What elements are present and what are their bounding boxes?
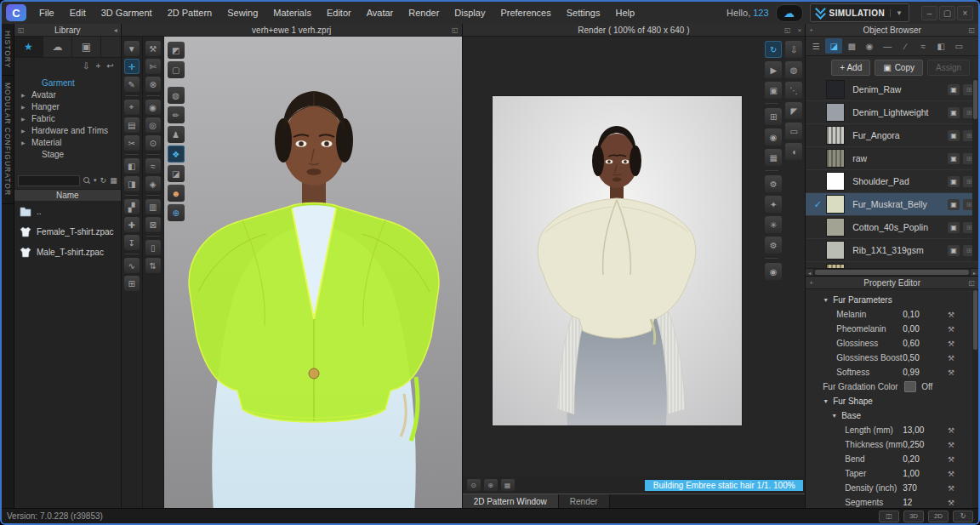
softbox-light-icon[interactable]: ▭	[785, 123, 802, 140]
dome-light-icon[interactable]: ◖	[785, 143, 802, 160]
save-render-icon[interactable]: ⇩	[785, 41, 802, 58]
render-close-icon[interactable]: ×	[795, 26, 806, 34]
property-editor-undock-icon[interactable]: ◱	[965, 279, 978, 287]
video-capture-icon[interactable]: ▶	[765, 61, 782, 78]
edit-sewing-icon[interactable]: ✂	[124, 135, 140, 151]
menu-file[interactable]: File	[31, 2, 62, 24]
viewport-3d-canvas[interactable]: ◩ ▢ ◍ ✏ ♟ ❖ ◪ ☻ ⊕	[164, 37, 462, 509]
tree-item-garment[interactable]: ▶Garment	[14, 77, 121, 88]
property-editor-scrollbar[interactable]	[972, 288, 978, 509]
file-row-male-tshirt[interactable]: Male_T-shirt.zpac	[14, 242, 121, 262]
render-undock-icon[interactable]: ◱	[781, 26, 795, 34]
refresh-icon[interactable]: ↻	[100, 176, 107, 185]
reset-view-icon[interactable]: ↻	[953, 511, 973, 522]
topstitch-icon[interactable]: ◈	[145, 176, 161, 191]
menu-2d-pattern[interactable]: 2D Pattern	[160, 2, 220, 24]
assign-fabric-button[interactable]: Assign	[927, 60, 970, 76]
wrench-icon[interactable]: ⚒	[948, 368, 954, 377]
fasten-button-icon[interactable]: ⊙	[145, 135, 161, 151]
fit-map-icon[interactable]: ⊞	[124, 276, 140, 291]
show-environment-icon[interactable]: ⊕	[168, 204, 185, 221]
param-value[interactable]: 0,00	[903, 324, 940, 334]
library-collapse-icon[interactable]: ◂	[111, 26, 121, 34]
library-favorites-tab[interactable]: ★	[14, 37, 43, 57]
view-grid-icon[interactable]: ▦	[110, 176, 117, 185]
wrench-icon[interactable]: ⚒	[948, 311, 954, 319]
fabric-copy-icon[interactable]: ▣	[948, 199, 960, 210]
wrench-icon[interactable]: ⚒	[948, 455, 954, 464]
fold-arrangement-icon[interactable]: ◧	[124, 158, 140, 174]
fabric-copy-icon[interactable]: ▣	[948, 245, 960, 256]
tab-render[interactable]: Render	[559, 494, 610, 509]
zoom-fit-icon[interactable]: ⊕	[484, 479, 498, 491]
view-3d-button[interactable]: 3D	[903, 511, 924, 522]
simulate-icon[interactable]: ▼	[124, 41, 140, 56]
strain-map-icon[interactable]: ∿	[124, 258, 140, 273]
show-avatar-icon[interactable]: ☻	[168, 185, 185, 202]
grading-icon[interactable]: ✚	[124, 217, 140, 232]
param-value[interactable]: 370	[903, 483, 940, 493]
expand-arrow-icon[interactable]: ▶	[21, 128, 27, 134]
show-fabric-off-icon[interactable]: ◪	[168, 165, 185, 182]
param-value[interactable]: 0,99	[903, 368, 940, 377]
param-value[interactable]: 0,20	[903, 454, 940, 464]
wrench-icon[interactable]: ⚒	[948, 354, 954, 362]
library-download-icon[interactable]: ⇩	[83, 61, 89, 71]
expand-arrow-icon[interactable]: ▶	[21, 116, 27, 122]
binding-icon[interactable]: ▥	[145, 199, 161, 214]
view-2d-button[interactable]: 2D	[928, 511, 949, 522]
fabric-copy-icon[interactable]: ▣	[948, 222, 960, 233]
scroll-left-icon[interactable]: ◂	[806, 269, 813, 276]
fabric-roll-icon[interactable]: ▯	[145, 240, 161, 255]
property-editor-dock-icon[interactable]: +	[806, 279, 817, 287]
wrench-icon[interactable]: ⚒	[948, 470, 954, 478]
texture-surface-icon[interactable]: ✏	[168, 106, 185, 123]
add-fabric-button[interactable]: + Add	[831, 60, 870, 76]
trim-tab[interactable]: ▭	[950, 38, 967, 54]
library-undock-icon[interactable]: ◱	[14, 26, 28, 34]
select-mesh-icon[interactable]: ✎	[124, 77, 140, 92]
gradation-checkbox[interactable]	[904, 381, 916, 392]
avatar-walk-icon[interactable]: ⚒	[145, 41, 161, 56]
show-seams-icon[interactable]: ◍	[168, 87, 185, 104]
fabric-copy-icon[interactable]: ▣	[948, 130, 960, 141]
param-value[interactable]: 0,50	[903, 353, 940, 362]
menu-preferences[interactable]: Preferences	[493, 2, 558, 24]
light-properties-icon[interactable]: ✳	[765, 216, 782, 233]
camera-icon[interactable]: ▦	[765, 149, 782, 166]
menu-settings[interactable]: Settings	[559, 2, 608, 24]
file-table-header[interactable]: Name	[14, 189, 121, 202]
flatten-icon[interactable]: ◨	[124, 176, 140, 191]
expand-arrow-icon[interactable]: ▶	[21, 140, 27, 146]
snapshot-window-icon[interactable]: ◉	[765, 128, 782, 146]
menu-help[interactable]: Help	[607, 2, 642, 24]
menu-sewing[interactable]: Sewing	[219, 2, 265, 24]
pin-icon[interactable]: ⌖	[124, 100, 140, 115]
avatar-scissors-icon[interactable]: ✄	[145, 59, 161, 74]
history-tab[interactable]: HISTORY	[2, 24, 14, 76]
show-fabric-icon[interactable]: ❖	[168, 146, 185, 163]
puckering-icon[interactable]: ⇅	[145, 258, 161, 273]
fabric-row-fur-muskrat-belly[interactable]: ✓ Fur_Muskrat_Belly ▣ ⊞	[806, 193, 978, 216]
search-icon[interactable]	[83, 177, 90, 184]
fabric-copy-icon[interactable]: ▣	[948, 153, 960, 164]
file-row-female-tshirt[interactable]: Female_T-shirt.zpac	[14, 221, 121, 242]
cloud-sync-button[interactable]: ☁	[776, 4, 803, 22]
param-value[interactable]: 0,60	[903, 339, 940, 348]
menu-edit[interactable]: Edit	[62, 2, 94, 24]
render-properties-icon[interactable]: ⚙	[765, 237, 782, 254]
library-search-input[interactable]	[18, 175, 80, 186]
topstitch-tab[interactable]: ∕	[897, 38, 914, 54]
graphic-tab[interactable]: ▩	[843, 38, 860, 54]
button-tab[interactable]: ◉	[861, 38, 878, 54]
simulation-dropdown-caret[interactable]: ▼	[890, 9, 903, 17]
image-stack-icon[interactable]: ⊞	[765, 108, 782, 125]
fabric-row-denim-raw[interactable]: ✓ Denim_Raw ▣ ⊞	[806, 78, 978, 101]
file-row-parent-dir[interactable]: ..	[14, 201, 121, 221]
window-minimize-button[interactable]: –	[921, 6, 937, 20]
library-cloud-tab[interactable]: ☁	[43, 37, 72, 57]
spotlight-icon[interactable]: ◤	[785, 102, 802, 119]
wrench-icon[interactable]: ⚒	[948, 499, 954, 507]
menu-3d-garment[interactable]: 3D Garment	[94, 2, 160, 24]
section-fur-parameters[interactable]: ▼ Fur Parameters	[806, 293, 978, 307]
